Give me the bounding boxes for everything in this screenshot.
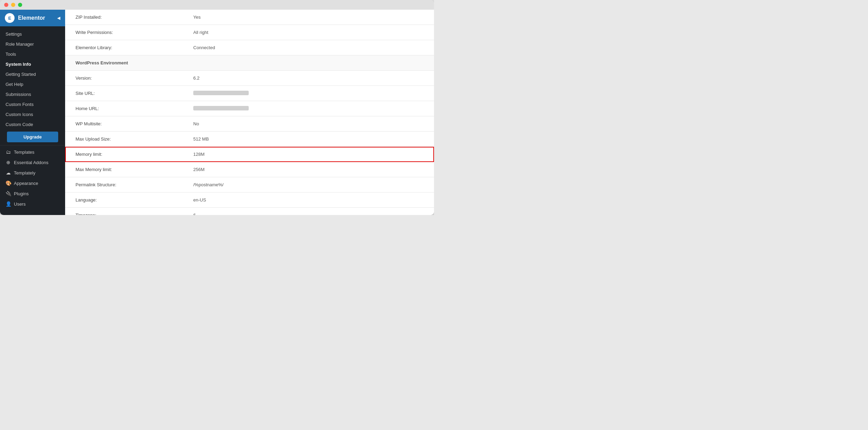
- users-label: Users: [14, 201, 26, 207]
- row-value: Connected: [183, 40, 434, 55]
- custom-fonts-label: Custom Fonts: [6, 102, 34, 107]
- table-row: Write Permissions: All right: [65, 25, 434, 40]
- custom-code-label: Custom Code: [6, 122, 33, 127]
- sidebar-item-custom-code[interactable]: Custom Code: [0, 119, 65, 129]
- table-row: Version: 6.2: [65, 71, 434, 86]
- table-row: Max Memory limit: 256M: [65, 162, 434, 177]
- row-label: Memory limit:: [65, 147, 183, 162]
- table-row: Permalink Structure: /%postname%/: [65, 177, 434, 192]
- sidebar: E Elementor ◀ Settings Role Manager Tool…: [0, 10, 65, 215]
- main-content: ZIP Installed: Yes Write Permissions: Al…: [65, 10, 434, 215]
- section-header-row: WordPress Environment: [65, 55, 434, 71]
- templates-icon: 🗂: [6, 149, 11, 155]
- sidebar-item-role-manager[interactable]: Role Manager: [0, 39, 65, 49]
- sidebar-item-settings[interactable]: Settings: [0, 29, 65, 39]
- getting-started-label: Getting Started: [6, 72, 36, 77]
- row-label: Timezone:: [65, 208, 183, 215]
- row-value: 256M: [183, 162, 434, 177]
- row-value: 6.2: [183, 71, 434, 86]
- sidebar-item-getting-started[interactable]: Getting Started: [0, 69, 65, 79]
- row-value: Yes: [183, 10, 434, 25]
- system-info-table: ZIP Installed: Yes Write Permissions: Al…: [65, 10, 434, 215]
- row-label: Permalink Structure:: [65, 177, 183, 192]
- sidebar-item-users[interactable]: 👤 Users: [0, 199, 65, 209]
- table-row: Language: en-US: [65, 192, 434, 208]
- table-row: Home URL:: [65, 101, 434, 116]
- table-row: Timezone: 6: [65, 208, 434, 215]
- blurred-value: [193, 91, 249, 95]
- sidebar-header[interactable]: E Elementor ◀: [0, 10, 65, 26]
- wordpress-section-header: WordPress Environment: [65, 55, 434, 71]
- sidebar-item-templately[interactable]: ☁ Templately: [0, 168, 65, 178]
- table-row: ZIP Installed: Yes: [65, 10, 434, 25]
- sidebar-item-submissions[interactable]: Submissions: [0, 89, 65, 99]
- sidebar-item-appearance[interactable]: 🎨 Appearance: [0, 178, 65, 188]
- users-icon: 👤: [6, 201, 11, 207]
- row-label: Site URL:: [65, 86, 183, 101]
- table-row: WP Multisite: No: [65, 116, 434, 132]
- table-row: Max Upload Size: 512 MB: [65, 132, 434, 147]
- submissions-label: Submissions: [6, 92, 31, 97]
- sidebar-section-extra: 🗂 Templates ⊕ Essential Addons ☁ Templat…: [0, 145, 65, 209]
- sidebar-nav: Settings Role Manager Tools System Info …: [0, 26, 65, 212]
- row-value: 128M: [183, 147, 434, 162]
- maximize-button[interactable]: [18, 3, 22, 7]
- appearance-label: Appearance: [14, 181, 38, 186]
- templates-label: Templates: [14, 150, 34, 155]
- row-label: Home URL:: [65, 101, 183, 116]
- row-value: No: [183, 116, 434, 132]
- upgrade-label: Upgrade: [24, 134, 42, 140]
- minimize-button[interactable]: [11, 3, 15, 7]
- table-row: Site URL:: [65, 86, 434, 101]
- custom-icons-label: Custom Icons: [6, 112, 33, 117]
- app-window: E Elementor ◀ Settings Role Manager Tool…: [0, 0, 434, 215]
- table-row: Elementor Library: Connected: [65, 40, 434, 55]
- row-value: en-US: [183, 192, 434, 208]
- row-label: Elementor Library:: [65, 40, 183, 55]
- upgrade-button[interactable]: Upgrade: [7, 132, 58, 142]
- sidebar-item-custom-icons[interactable]: Custom Icons: [0, 109, 65, 119]
- sidebar-item-essential-addons[interactable]: ⊕ Essential Addons: [0, 157, 65, 168]
- row-value: /%postname%/: [183, 177, 434, 192]
- row-label: Language:: [65, 192, 183, 208]
- memory-limit-row: Memory limit: 128M: [65, 147, 434, 162]
- row-value: [183, 101, 434, 116]
- plugins-label: Plugins: [14, 191, 29, 196]
- row-label: WP Multisite:: [65, 116, 183, 132]
- window-body: E Elementor ◀ Settings Role Manager Tool…: [0, 10, 434, 215]
- sidebar-item-tools[interactable]: Tools: [0, 49, 65, 59]
- sidebar-item-plugins[interactable]: 🔌 Plugins: [0, 188, 65, 199]
- get-help-label: Get Help: [6, 82, 23, 87]
- sidebar-item-templates[interactable]: 🗂 Templates: [0, 147, 65, 157]
- templately-icon: ☁: [6, 170, 11, 176]
- sidebar-item-custom-fonts[interactable]: Custom Fonts: [0, 99, 65, 109]
- sidebar-item-get-help[interactable]: Get Help: [0, 79, 65, 89]
- settings-label: Settings: [6, 32, 22, 37]
- close-button[interactable]: [4, 3, 8, 7]
- collapse-icon: ◀: [57, 16, 60, 20]
- essential-addons-icon: ⊕: [6, 160, 11, 165]
- sidebar-item-system-info[interactable]: System Info: [0, 59, 65, 69]
- role-manager-label: Role Manager: [6, 42, 34, 47]
- essential-addons-label: Essential Addons: [14, 160, 48, 165]
- row-value: [183, 86, 434, 101]
- system-info-label: System Info: [6, 62, 31, 67]
- plugins-icon: 🔌: [6, 191, 11, 196]
- elementor-logo: E: [5, 13, 15, 23]
- tools-label: Tools: [6, 52, 16, 57]
- row-label: Max Upload Size:: [65, 132, 183, 147]
- titlebar: [0, 0, 434, 10]
- row-label: Max Memory limit:: [65, 162, 183, 177]
- appearance-icon: 🎨: [6, 180, 11, 186]
- row-label: Write Permissions:: [65, 25, 183, 40]
- blurred-value: [193, 106, 249, 110]
- logo-letter: E: [8, 16, 11, 21]
- row-label: ZIP Installed:: [65, 10, 183, 25]
- row-value: 512 MB: [183, 132, 434, 147]
- templately-label: Templately: [14, 170, 35, 176]
- brand-name: Elementor: [18, 15, 45, 21]
- row-value: All right: [183, 25, 434, 40]
- row-value: 6: [183, 208, 434, 215]
- row-label: Version:: [65, 71, 183, 86]
